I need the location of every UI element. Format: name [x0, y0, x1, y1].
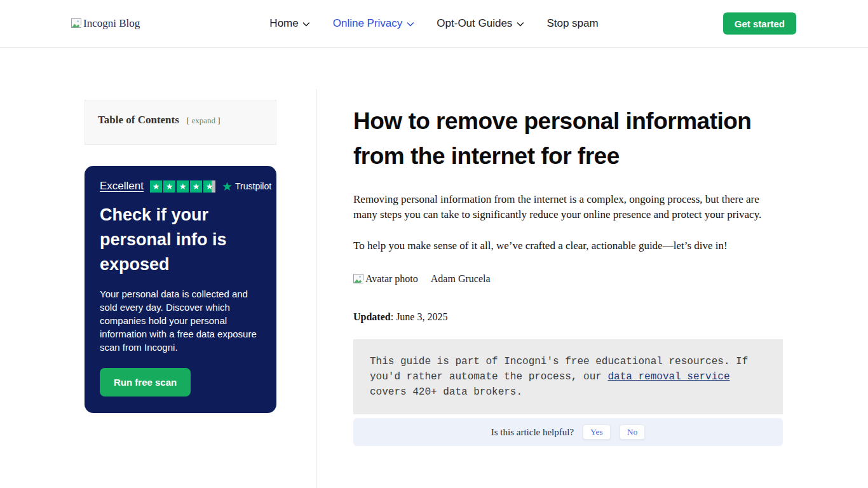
intro-paragraph-1: Removing personal information from the i… [353, 192, 773, 222]
feedback-bar: Is this article helpful? Yes No [353, 418, 783, 446]
nav-item-label: Online Privacy [333, 17, 403, 30]
chevron-down-icon [407, 22, 414, 27]
star-half-icon: ★ [203, 180, 215, 193]
feedback-no-button[interactable]: No [620, 424, 646, 440]
author-row: Avatar photo Adam Grucela [353, 273, 783, 285]
star-icon: ★ [190, 180, 202, 193]
trustpilot-rating-label: Excellent [100, 180, 144, 193]
column-divider [316, 89, 316, 488]
chevron-down-icon [517, 22, 524, 27]
updated-date: : June 3, 2025 [391, 311, 448, 322]
table-of-contents: Table of Contents [ expand ] [85, 100, 276, 145]
toc-title: Table of Contents [98, 114, 179, 126]
chevron-down-icon [303, 22, 310, 27]
trustpilot-logo-text: Trustpilot [235, 181, 271, 191]
author-name: Adam Grucela [431, 273, 491, 285]
trustpilot-logo: ★ Trustpilot [222, 180, 271, 193]
star-icon: ★ [177, 180, 189, 193]
avatar-alt-text: Avatar photo [365, 273, 418, 285]
star-icon: ★ [150, 180, 162, 193]
feedback-question: Is this article helpful? [491, 427, 574, 438]
page: Incogni Blog Home Online Privacy Opt-Out… [0, 0, 868, 488]
broken-image-icon [71, 18, 82, 29]
nav-item-label: Home [269, 17, 298, 30]
promo-card: Excellent ★ ★ ★ ★ ★ ★ Trustpilot Check i… [85, 166, 276, 413]
trustpilot-stars: ★ ★ ★ ★ ★ [150, 180, 215, 193]
broken-image-icon [353, 274, 364, 285]
trustpilot-rating-link[interactable]: Excellent ★ ★ ★ ★ ★ ★ Trustpilot [100, 180, 261, 193]
updated-row: Updated: June 3, 2025 [353, 311, 783, 323]
feedback-yes-button[interactable]: Yes [583, 424, 611, 440]
nav-item-stop-spam[interactable]: Stop spam [546, 17, 598, 30]
site-logo-alt-text: Incogni Blog [83, 17, 140, 30]
note-text-post: covers 420+ data brokers. [370, 386, 522, 398]
editorial-note: This guide is part of Incogni's free edu… [353, 339, 783, 414]
intro-paragraph-2: To help you make sense of it all, we’ve … [353, 238, 773, 254]
nav-item-label: Opt-Out Guides [437, 17, 512, 30]
nav-item-online-privacy[interactable]: Online Privacy [333, 17, 414, 30]
article: How to remove personal information from … [353, 48, 783, 446]
star-icon: ★ [163, 180, 175, 193]
toc-bracket-open: [ [187, 116, 189, 125]
promo-heading: Check if your personal info is exposed [100, 203, 261, 277]
trustpilot-star-icon: ★ [222, 180, 233, 193]
data-removal-service-link[interactable]: data removal service [607, 371, 729, 383]
get-started-button[interactable]: Get started [723, 13, 796, 35]
nav-item-opt-out-guides[interactable]: Opt-Out Guides [437, 17, 524, 30]
updated-label: Updated [353, 311, 391, 322]
site-header: Incogni Blog Home Online Privacy Opt-Out… [0, 0, 868, 48]
nav-item-home[interactable]: Home [269, 17, 309, 30]
nav-item-label: Stop spam [546, 17, 598, 30]
toc-expand-control: [ expand ] [187, 116, 220, 125]
page-title: How to remove personal information from … [353, 104, 773, 173]
toc-bracket-close: ] [217, 116, 220, 125]
site-logo-link[interactable]: Incogni Blog [71, 17, 140, 30]
toc-expand-link[interactable]: expand [191, 116, 215, 125]
sidebar: Table of Contents [ expand ] Excellent ★… [85, 100, 276, 413]
run-free-scan-button[interactable]: Run free scan [100, 368, 191, 396]
promo-body: Your personal data is collected and sold… [100, 287, 261, 354]
main-nav: Home Online Privacy Opt-Out Guides Stop … [269, 0, 598, 47]
